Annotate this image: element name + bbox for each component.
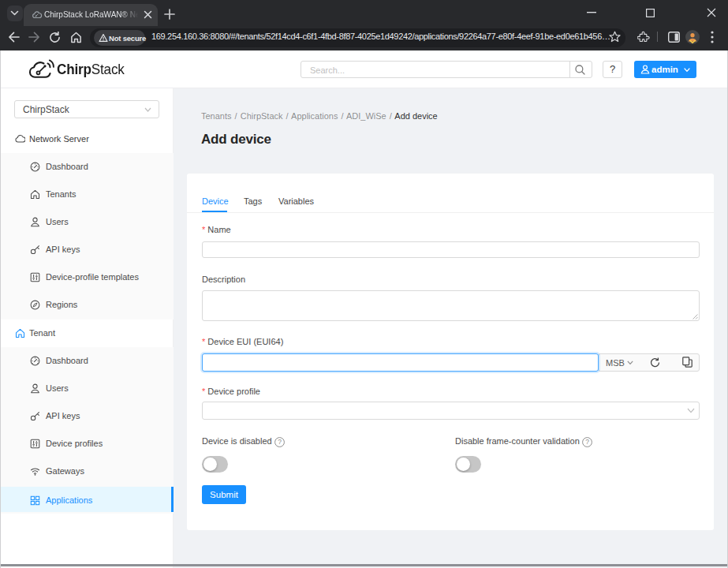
svg-text:?: ? [585, 438, 589, 446]
svg-text:?: ? [278, 438, 282, 446]
